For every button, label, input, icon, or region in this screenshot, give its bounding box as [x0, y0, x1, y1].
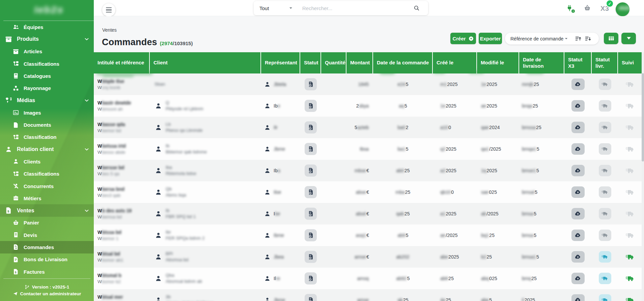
table-row[interactable]: Wbtqde tlseWcrq tssnbSbanJbtela1845e245m…	[94, 73, 642, 95]
delivery-status-button[interactable]	[599, 273, 611, 284]
column-header-client[interactable]: Client	[150, 52, 261, 73]
x3-sync-button[interactable]	[571, 251, 585, 263]
search-icon[interactable]	[413, 5, 420, 11]
sidebar-item-clients[interactable]: Clients	[0, 155, 94, 168]
delivery-status-button[interactable]	[599, 165, 611, 176]
search-category-select[interactable]: Tout	[259, 5, 288, 11]
column-header-suivi[interactable]: Suivi	[618, 52, 642, 73]
column-header-quantite[interactable]: Quantité	[321, 52, 346, 73]
sidebar-item-classifications[interactable]: Classifications	[0, 168, 94, 180]
export-button[interactable]: Exporter	[479, 33, 502, 44]
sidebar-item-factures[interactable]: $Factures	[0, 266, 94, 278]
table-row[interactable]: Wbtsal bdWbsmor ab1BPlAbsmsa bdJbeaamse …	[94, 246, 642, 268]
order-status-button[interactable]	[305, 251, 317, 263]
tracking-truck-icon[interactable]	[625, 231, 635, 240]
table-view-button[interactable]	[604, 33, 618, 44]
x3-sync-button[interactable]	[571, 294, 585, 301]
order-status-button[interactable]	[305, 294, 317, 301]
sidebar-item-rayonnage[interactable]: Rayonnage	[0, 82, 94, 94]
table-row[interactable]: Wbtsmal bWbsmor b2QbaAbsmsal bdnm abIlre…	[94, 268, 642, 289]
tracking-truck-icon[interactable]	[625, 209, 635, 218]
create-button[interactable]: Créer	[450, 33, 476, 44]
tracking-truck-icon[interactable]	[625, 252, 635, 262]
order-status-button[interactable]	[305, 229, 317, 241]
sidebar-item-ventes[interactable]: $Ventes	[0, 204, 94, 216]
x3-sync-button[interactable]	[571, 273, 585, 284]
column-header-statut-livr[interactable]: Statut livr.	[592, 52, 618, 73]
table-row[interactable]: Wbetssa irtdWbesso abdeIbBbtemor qab bdn…	[94, 138, 642, 160]
sidebar-item-concurrents[interactable]: Concurrents	[0, 180, 94, 192]
sidebar-item-articles[interactable]: Articles	[0, 46, 94, 58]
chevron-down-icon[interactable]	[564, 36, 569, 41]
tracking-truck-icon[interactable]	[625, 123, 635, 132]
delivery-status-button[interactable]	[599, 294, 611, 301]
hamburger-menu-button[interactable]	[102, 3, 115, 17]
tracking-truck-icon[interactable]	[625, 145, 635, 154]
search-input[interactable]: Rechercher...	[302, 5, 428, 11]
x3-sync-button[interactable]	[571, 208, 585, 219]
table-row[interactable]: Wbastr dewtdeWbmssnt ahQPbtysde rd Ljkbn…	[94, 95, 642, 117]
sort-ascending-icon[interactable]	[575, 35, 582, 42]
column-header-statut-x3[interactable]: Statut X3	[564, 52, 592, 73]
delivery-status-button[interactable]	[599, 79, 611, 90]
table-row[interactable]: Wbersa bndWbes3 qabQbAbms bqaIloeabse €m…	[94, 181, 642, 203]
order-status-button[interactable]	[305, 164, 317, 177]
sidebar-contact-admin[interactable]: Contacter un administrateur	[0, 291, 94, 296]
delivery-status-button[interactable]	[599, 143, 611, 155]
sidebar-item-classification[interactable]: Classification	[0, 131, 94, 143]
sidebar-item-panier[interactable]: Panier	[0, 217, 94, 229]
user-avatar[interactable]: eb2s	[616, 2, 629, 16]
column-header-cree-le[interactable]: Créé le	[433, 52, 477, 73]
delivery-status-button[interactable]	[599, 230, 611, 241]
sidebar-item-produits[interactable]: Produits	[0, 33, 94, 45]
sidebar-item-bons-de-livraison[interactable]: Bons de Livraison	[0, 253, 94, 266]
sidebar-item-relation-client[interactable]: Relation client	[0, 143, 94, 155]
table-row[interactable]: Wbasse qdaWbemor bdLbPbeso qa LbnmdeIlr5…	[94, 117, 642, 138]
column-header-date-de-la-commande[interactable]: Date de la commande	[373, 52, 433, 73]
x3-sync-button[interactable]	[571, 122, 585, 133]
delivery-status-button[interactable]	[599, 251, 611, 263]
order-status-button[interactable]	[305, 143, 317, 155]
order-status-button[interactable]	[305, 272, 317, 284]
order-status-button[interactable]	[305, 208, 317, 220]
sidebar-item-documents[interactable]: Documents	[0, 119, 94, 131]
sidebar-item-commandes[interactable]: Commandes	[0, 241, 94, 253]
column-header-modifie-le[interactable]: Modifié le	[477, 52, 519, 73]
x3-sync-button[interactable]	[571, 143, 585, 155]
vertical-scrollbar[interactable]	[642, 52, 644, 301]
integration-status-button[interactable]: !	[566, 4, 573, 12]
order-status-button[interactable]	[305, 121, 317, 133]
x3-sync-button[interactable]	[571, 186, 585, 198]
filter-button[interactable]	[621, 33, 636, 44]
sidebar-item-equipes[interactable]: Équipes	[0, 21, 94, 33]
order-status-button[interactable]	[305, 78, 317, 90]
app-logo[interactable]: Ieb2s	[20, 1, 78, 18]
tracking-truck-icon[interactable]	[625, 274, 635, 283]
x3-sync-button[interactable]	[571, 230, 585, 241]
column-header-statut[interactable]: Statut	[300, 52, 321, 73]
sidebar-item-metiers[interactable]: Métiers	[0, 192, 94, 204]
x3-sync-button[interactable]	[571, 79, 585, 90]
tracking-truck-icon[interactable]	[625, 188, 635, 197]
column-header-intitule-et-reference[interactable]: Intitulé et référence	[94, 52, 150, 73]
column-header-representant[interactable]: Représentant	[261, 52, 300, 73]
delivery-status-button[interactable]	[599, 186, 611, 198]
sort-descending-icon[interactable]	[584, 35, 592, 42]
order-status-button[interactable]	[305, 186, 317, 198]
tracking-truck-icon[interactable]	[625, 166, 635, 175]
table-row[interactable]: Wb des asts 19Wbemsa bdIbFBR SPQ bd 1Ibe…	[94, 203, 642, 224]
delivery-status-button[interactable]	[599, 122, 611, 133]
table-row[interactable]: Wbtsal merWbsmor abq3bAbsms abdnm SABmsa…	[94, 289, 642, 301]
delivery-status-button[interactable]	[599, 208, 611, 219]
scrollbar-thumb[interactable]	[642, 73, 644, 161]
column-header-date-de-livraison[interactable]: Date de livraison	[519, 52, 564, 73]
table-row[interactable]: Wbtssa bdWbemor 1IbrFER SPQa bdnm 2Ibmea…	[94, 224, 642, 246]
cart-button[interactable]	[584, 4, 591, 12]
sort-field-select[interactable]: Référence de commande	[510, 36, 564, 41]
order-status-button[interactable]	[305, 100, 317, 112]
x3-sync-button[interactable]	[571, 100, 585, 112]
tracking-truck-icon[interactable]	[625, 101, 635, 111]
table-row[interactable]: Wbersse bdWbes 5 qaIbaRbtemola bdseIbamb…	[94, 160, 642, 181]
sidebar-item-images[interactable]: Images	[0, 107, 94, 119]
sidebar-item-catalogues[interactable]: Catalogues	[0, 70, 94, 82]
